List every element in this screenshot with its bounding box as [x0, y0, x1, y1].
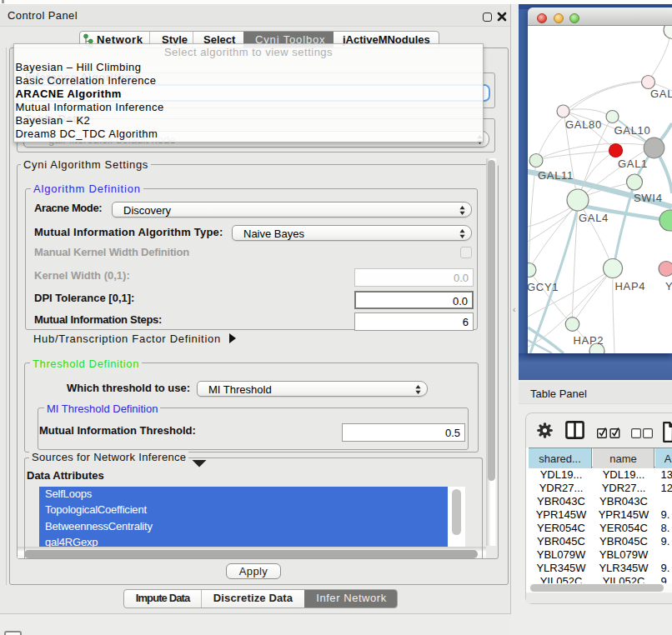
- svg-text:GAL1: GAL1: [618, 158, 648, 170]
- svg-text:GAL80: GAL80: [565, 118, 602, 131]
- svg-text:GAL7: GAL7: [650, 88, 672, 100]
- svg-text:HAP4: HAP4: [615, 280, 646, 292]
- svg-text:GAL10: GAL10: [614, 124, 651, 137]
- svg-text:YL: YL: [665, 280, 672, 292]
- svg-text:GAL11: GAL11: [538, 169, 574, 182]
- svg-text:HAP2: HAP2: [574, 334, 604, 347]
- svg-text:GCY1: GCY1: [528, 281, 559, 293]
- svg-text:SWI4: SWI4: [634, 192, 663, 204]
- svg-text:GAL4: GAL4: [579, 212, 609, 224]
